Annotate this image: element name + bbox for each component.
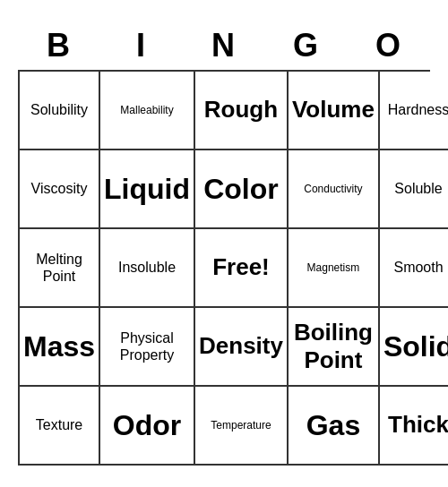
bingo-cell: Volume: [289, 72, 380, 150]
bingo-cell: Viscosity: [20, 150, 100, 229]
bingo-cell: Magnetism: [289, 229, 380, 308]
cell-text: Rough: [204, 96, 278, 124]
header-letter: O: [348, 21, 430, 70]
cell-text: Magnetism: [307, 261, 360, 274]
cell-text: Smooth: [393, 259, 443, 276]
cell-text: Solubility: [30, 101, 88, 118]
cell-text: Density: [199, 332, 283, 360]
bingo-cell: Hardness: [380, 72, 448, 150]
cell-text: Odor: [113, 408, 181, 442]
bingo-cell: PhysicalProperty: [100, 308, 195, 387]
bingo-cell: Mass: [20, 308, 100, 387]
bingo-cell: Color: [195, 150, 289, 229]
bingo-cell: Liquid: [100, 150, 195, 229]
cell-text: PhysicalProperty: [120, 329, 174, 363]
cell-text: Texture: [36, 416, 82, 433]
cell-text: MeltingPoint: [36, 251, 82, 285]
cell-text: Soluble: [394, 180, 442, 197]
bingo-cell: BoilingPoint: [289, 308, 380, 387]
cell-text: Mass: [23, 329, 95, 363]
bingo-cell: Free!: [195, 229, 289, 308]
bingo-cell: Thick: [380, 387, 448, 466]
bingo-grid: SolubilityMalleabilityRoughVolumeHardnes…: [18, 70, 430, 466]
bingo-cell: MeltingPoint: [20, 229, 100, 308]
bingo-cell: Soluble: [380, 150, 448, 229]
bingo-cell: Malleability: [100, 72, 195, 150]
cell-text: Insoluble: [118, 259, 176, 276]
cell-text: Liquid: [104, 172, 190, 206]
bingo-cell: Smooth: [380, 229, 448, 308]
bingo-cell: Temperature: [195, 387, 289, 466]
cell-text: Free!: [212, 253, 270, 281]
bingo-cell: Density: [195, 308, 289, 387]
cell-text: Malleability: [120, 104, 173, 116]
header-letter: N: [183, 21, 265, 70]
bingo-cell: Insoluble: [100, 229, 195, 308]
cell-text: Thick: [388, 411, 448, 439]
cell-text: Color: [203, 172, 279, 206]
cell-text: Temperature: [211, 419, 271, 431]
header-letter: I: [100, 21, 183, 70]
bingo-cell: Rough: [195, 72, 289, 150]
cell-text: BoilingPoint: [294, 319, 373, 374]
bingo-card: BINGO SolubilityMalleabilityRoughVolumeH…: [18, 21, 430, 466]
cell-text: Solid: [383, 329, 448, 363]
cell-text: Viscosity: [31, 180, 88, 197]
bingo-cell: Conductivity: [289, 150, 380, 229]
header-letter: B: [18, 21, 100, 70]
bingo-cell: Odor: [100, 387, 195, 466]
bingo-cell: Solubility: [20, 72, 100, 150]
bingo-cell: Texture: [20, 387, 100, 466]
bingo-cell: Solid: [380, 308, 448, 387]
cell-text: Gas: [306, 408, 360, 442]
cell-text: Hardness: [388, 101, 448, 118]
cell-text: Volume: [292, 96, 375, 124]
header-letter: G: [265, 21, 348, 70]
bingo-header: BINGO: [18, 21, 430, 70]
bingo-cell: Gas: [289, 387, 380, 466]
cell-text: Conductivity: [304, 183, 362, 195]
